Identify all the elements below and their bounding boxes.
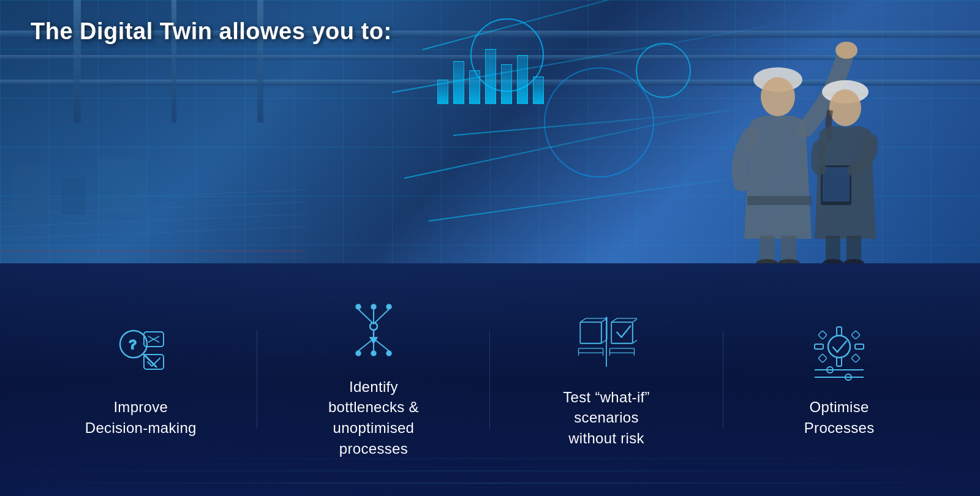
bottleneck-label: Identify bottlenecks & unoptimised proce… — [328, 377, 419, 459]
svg-point-4 — [835, 42, 858, 59]
svg-point-7 — [829, 89, 861, 126]
svg-rect-72 — [851, 354, 860, 363]
svg-rect-65 — [837, 327, 842, 336]
what-if-icon — [576, 311, 637, 372]
floor-lines-decoration — [0, 447, 980, 496]
svg-point-34 — [356, 304, 361, 309]
svg-line-20 — [0, 214, 306, 227]
optimise-icon — [809, 321, 870, 382]
svg-rect-50 — [580, 322, 601, 344]
svg-rect-70 — [851, 331, 860, 339]
svg-point-46 — [371, 351, 376, 356]
svg-rect-68 — [855, 344, 864, 349]
svg-rect-3 — [747, 196, 812, 205]
svg-line-39 — [374, 309, 389, 324]
card-identify-bottlenecks: Identify bottlenecks & unoptimised proce… — [282, 301, 466, 459]
svg-point-45 — [356, 351, 361, 356]
svg-rect-9 — [823, 167, 850, 201]
what-if-label: Test “what-if” scenarios without risk — [563, 387, 650, 449]
svg-point-2 — [761, 77, 795, 116]
svg-rect-57 — [611, 322, 633, 344]
svg-point-47 — [386, 351, 391, 356]
svg-line-59 — [633, 339, 637, 343]
bottleneck-icon — [343, 301, 404, 362]
optimise-label: Optimise Processes — [804, 397, 875, 438]
svg-line-21 — [0, 227, 306, 239]
holographic-chart — [431, 37, 550, 110]
info-section: ? Improve Decision-making — [0, 263, 980, 496]
svg-point-64 — [828, 336, 850, 358]
decision-making-icon: ? — [110, 321, 172, 382]
svg-rect-71 — [818, 354, 827, 363]
card-improve-decision: ? Improve Decision-making — [49, 321, 233, 438]
svg-rect-22 — [12, 165, 49, 214]
divider-2 — [489, 331, 490, 429]
svg-rect-54 — [579, 348, 603, 353]
svg-line-37 — [358, 309, 374, 324]
card-test-what-if: Test “what-if” scenarios without risk — [514, 311, 698, 449]
hero-section: The Digital Twin allowes you to: — [0, 0, 980, 263]
svg-rect-23 — [61, 178, 86, 214]
svg-point-36 — [386, 304, 391, 309]
people-illustration — [655, 6, 931, 263]
divider-3 — [723, 331, 723, 429]
svg-rect-69 — [818, 331, 827, 339]
svg-point-35 — [371, 304, 376, 309]
svg-rect-24 — [98, 159, 147, 214]
svg-text:?: ? — [129, 337, 137, 352]
hero-title: The Digital Twin allowes you to: — [31, 18, 392, 45]
people-svg — [655, 6, 931, 263]
card-optimise-processes: Optimise Processes — [747, 321, 931, 438]
svg-rect-66 — [837, 358, 842, 366]
main-container: The Digital Twin allowes you to: — [0, 0, 980, 496]
decision-making-label: Improve Decision-making — [85, 397, 197, 438]
svg-rect-67 — [815, 344, 823, 349]
svg-rect-61 — [609, 348, 634, 353]
factory-floor-left — [0, 80, 306, 263]
divider-1 — [257, 331, 257, 429]
